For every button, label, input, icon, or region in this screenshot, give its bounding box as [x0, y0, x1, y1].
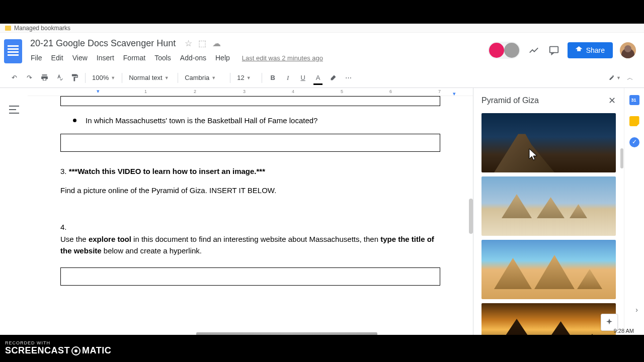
undo-icon[interactable]: ↶	[8, 72, 20, 84]
move-icon[interactable]: ⬚	[198, 38, 206, 49]
folder-icon	[5, 26, 11, 31]
share-label: Share	[586, 46, 605, 54]
menu-file[interactable]: File	[27, 52, 46, 64]
managed-bookmarks[interactable]: Managed bookmarks	[14, 25, 70, 32]
calendar-icon[interactable]	[629, 95, 639, 105]
menu-help[interactable]: Help	[212, 52, 233, 64]
anonymous-avatar[interactable]	[504, 43, 519, 58]
style-select[interactable]: Normal text▼	[127, 73, 173, 82]
zoom-select[interactable]: 100%▼	[90, 73, 117, 82]
letterbox-top	[0, 0, 644, 24]
menu-tools[interactable]: Tools	[151, 52, 175, 64]
bookmarks-bar: Managed bookmarks	[0, 24, 644, 33]
question-4-text[interactable]: Use the explore tool in this document to…	[60, 234, 440, 256]
more-tools-icon[interactable]: ⋯	[342, 72, 354, 84]
last-edit-link[interactable]: Last edit was 2 minutes ago	[238, 52, 327, 64]
docs-header: 20-21 Google Docs Scavenger Hunt ☆ ⬚ ☁ F…	[0, 33, 644, 68]
answer-box[interactable]	[60, 134, 440, 152]
user-account-avatar[interactable]	[620, 42, 636, 58]
share-button[interactable]: Share	[568, 42, 613, 58]
menu-format[interactable]: Format	[120, 52, 149, 64]
collaborator-avatars[interactable]	[488, 42, 520, 59]
print-icon[interactable]	[38, 72, 50, 84]
side-rail-expand-icon[interactable]: ›	[635, 306, 638, 314]
italic-icon[interactable]: I	[282, 72, 294, 84]
main-area: ▾ 1 2 3 4 5 6 7 ▾ In which Massachusetts…	[0, 88, 644, 350]
close-icon[interactable]: ✕	[608, 95, 616, 106]
document-outline-icon[interactable]	[9, 106, 19, 114]
editing-mode-icon[interactable]: ▼	[609, 72, 621, 84]
image-result[interactable]	[481, 113, 616, 172]
question-text[interactable]: In which Massachusetts' town is the Bask…	[86, 115, 317, 127]
google-docs-logo-icon[interactable]	[4, 39, 22, 63]
question-3[interactable]: 3. ***Watch this VIDEO to learn how to i…	[60, 166, 440, 177]
activity-icon[interactable]	[527, 44, 540, 57]
horizontal-ruler[interactable]: ▾ 1 2 3 4 5 6 7 ▾	[28, 88, 473, 96]
menu-addons[interactable]: Add-ons	[177, 52, 210, 64]
recorder-watermark: RECORDED WITH SCREENCASTMATIC	[5, 341, 111, 356]
spellcheck-icon[interactable]	[53, 72, 65, 84]
menu-bar: File Edit View Insert Format Tools Add-o…	[27, 52, 488, 64]
answer-box[interactable]	[60, 267, 440, 286]
star-icon[interactable]: ☆	[185, 38, 192, 49]
letterbox-bottom: RECORDED WITH SCREENCASTMATIC	[0, 335, 644, 362]
panel-scrollbar[interactable]	[620, 148, 623, 168]
svg-rect-0	[549, 47, 558, 53]
vertical-scrollbar[interactable]	[469, 199, 473, 234]
highlight-icon[interactable]	[327, 72, 339, 84]
font-select[interactable]: Cambria▼	[183, 73, 225, 82]
question-3-instruction[interactable]: Find a picture online of the Pyramid of …	[60, 185, 440, 197]
answer-box[interactable]	[60, 96, 440, 106]
bold-icon[interactable]: B	[267, 72, 279, 84]
menu-insert[interactable]: Insert	[93, 52, 118, 64]
paint-format-icon[interactable]	[68, 72, 80, 84]
left-gutter	[0, 88, 28, 350]
collaborator-avatar[interactable]	[489, 43, 504, 58]
bullet-icon	[73, 119, 76, 122]
menu-edit[interactable]: Edit	[48, 52, 67, 64]
redo-icon[interactable]: ↷	[23, 72, 35, 84]
record-dot-icon	[71, 346, 80, 355]
document-page[interactable]: In which Massachusetts' town is the Bask…	[45, 96, 455, 306]
document-title[interactable]: 20-21 Google Docs Scavenger Hunt	[27, 37, 179, 50]
collapse-toolbar-icon[interactable]: ︿	[624, 72, 636, 84]
left-indent-marker[interactable]: ▾	[97, 88, 100, 95]
fontsize-select[interactable]: 12▼	[235, 73, 257, 82]
keep-icon[interactable]	[629, 116, 639, 126]
explore-panel: Pyramid of Giza ✕	[473, 88, 624, 350]
explore-search-title[interactable]: Pyramid of Giza	[481, 96, 539, 105]
formatting-toolbar: ↶ ↷ 100%▼ Normal text▼ Cambria▼ 12▼ B I …	[0, 68, 644, 88]
side-rail	[624, 88, 644, 350]
underline-icon[interactable]: U	[297, 72, 309, 84]
image-result[interactable]	[481, 176, 616, 236]
image-result[interactable]	[481, 240, 616, 299]
question-4-label[interactable]: 4.	[60, 222, 440, 233]
system-clock: 9:28 AM	[614, 328, 634, 334]
comments-icon[interactable]	[547, 44, 560, 57]
cloud-saved-icon: ☁	[212, 38, 221, 49]
menu-view[interactable]: View	[69, 52, 91, 64]
document-canvas[interactable]: ▾ 1 2 3 4 5 6 7 ▾ In which Massachusetts…	[28, 88, 473, 350]
tasks-icon[interactable]	[629, 137, 639, 147]
text-color-icon[interactable]: A	[312, 72, 324, 84]
